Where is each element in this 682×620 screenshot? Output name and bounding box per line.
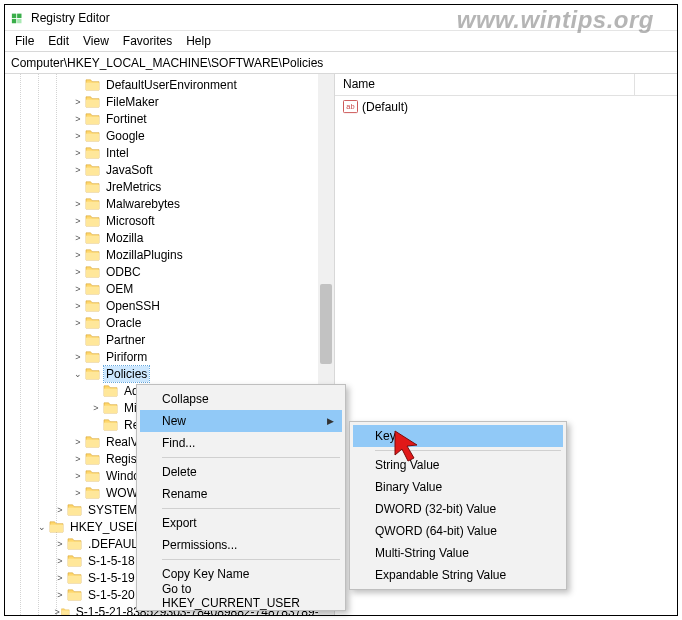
chevron-right-icon[interactable]: > [71,128,85,144]
menu-view[interactable]: View [77,32,115,50]
chevron-right-icon[interactable]: > [53,604,61,616]
tree-node[interactable]: Partner [11,331,334,348]
tree-node-label: JavaSoft [104,162,155,178]
tree-node[interactable]: >Fortinet [11,110,334,127]
folder-icon [85,316,100,329]
chevron-right-icon[interactable]: > [71,298,85,314]
folder-icon [67,554,82,567]
folder-icon [85,95,100,108]
tree-node[interactable]: >OpenSSH [11,297,334,314]
tree-node[interactable]: >Piriform [11,348,334,365]
ctx-rename[interactable]: Rename [140,483,342,505]
ctx-export[interactable]: Export [140,512,342,534]
tree-node-label: Oracle [104,315,143,331]
chevron-right-icon[interactable]: > [71,94,85,110]
ctx-new-key[interactable]: Key [353,425,563,447]
ctx-find[interactable]: Find... [140,432,342,454]
ctx-new-qword[interactable]: QWORD (64-bit) Value [353,520,563,542]
tree-node-label: OpenSSH [104,298,162,314]
chevron-right-icon[interactable]: > [89,400,103,416]
chevron-right-icon[interactable]: > [71,349,85,365]
window-title: Registry Editor [31,11,110,25]
ctx-new-expandable-string[interactable]: Expandable String Value [353,564,563,586]
chevron-right-icon[interactable]: > [71,145,85,161]
tree-node[interactable]: >ODBC [11,263,334,280]
chevron-right-icon[interactable]: > [53,553,67,569]
column-name[interactable]: Name [335,74,635,95]
chevron-right-icon[interactable]: > [71,468,85,484]
folder-icon [67,503,82,516]
tree-node-label: MozillaPlugins [104,247,185,263]
list-item[interactable]: ab (Default) [335,98,677,116]
chevron-right-icon[interactable]: > [71,281,85,297]
tree-node[interactable]: >Intel [11,144,334,161]
chevron-right-icon[interactable]: > [53,536,67,552]
chevron-down-icon[interactable]: ⌄ [71,366,85,382]
ctx-collapse[interactable]: Collapse [140,388,342,410]
folder-icon [103,401,118,414]
list-header: Name [335,74,677,96]
string-value-icon: ab [343,100,358,114]
tree-node-label: OEM [104,281,135,297]
chevron-right-icon[interactable]: > [71,451,85,467]
tree-node[interactable]: >Oracle [11,314,334,331]
chevron-right-icon[interactable]: > [71,434,85,450]
tree-node[interactable]: JreMetrics [11,178,334,195]
tree-node-label: Mozilla [104,230,145,246]
chevron-down-icon[interactable]: ⌄ [35,519,49,535]
chevron-right-icon[interactable]: > [71,315,85,331]
folder-icon [85,78,100,91]
tree-node-label: S-1-5-18 [86,553,137,569]
menu-help[interactable]: Help [180,32,217,50]
chevron-right-icon[interactable]: > [71,230,85,246]
tree-node-label: Partner [104,332,147,348]
tree-node[interactable]: >Malwarebytes [11,195,334,212]
ctx-new-multi-string[interactable]: Multi-String Value [353,542,563,564]
tree-node[interactable]: >MozillaPlugins [11,246,334,263]
ctx-goto-hkcu[interactable]: Go to HKEY_CURRENT_USER [140,585,342,607]
chevron-right-icon[interactable]: > [71,213,85,229]
tree-node[interactable]: >JavaSoft [11,161,334,178]
context-menu-separator [375,450,561,451]
ctx-new-binary[interactable]: Binary Value [353,476,563,498]
folder-icon [49,520,64,533]
tree-node-label: Microsoft [104,213,157,229]
chevron-right-icon[interactable]: > [53,502,67,518]
folder-icon [85,197,100,210]
tree-node-label: JreMetrics [104,179,163,195]
ctx-permissions[interactable]: Permissions... [140,534,342,556]
folder-icon [85,452,100,465]
folder-icon [85,435,100,448]
tree-scroll-thumb[interactable] [320,284,332,364]
ctx-new[interactable]: New▶ [140,410,342,432]
folder-icon [85,248,100,261]
menu-file[interactable]: File [9,32,40,50]
address-bar[interactable]: Computer\HKEY_LOCAL_MACHINE\SOFTWARE\Pol… [5,52,677,74]
chevron-right-icon[interactable]: > [71,196,85,212]
tree-node-label: SYSTEM [86,502,139,518]
chevron-right-icon[interactable]: > [71,111,85,127]
chevron-right-icon[interactable]: > [71,485,85,501]
chevron-right-icon[interactable]: > [71,264,85,280]
menu-edit[interactable]: Edit [42,32,75,50]
tree-node[interactable]: >Microsoft [11,212,334,229]
chevron-right-icon[interactable]: > [53,587,67,603]
tree-node[interactable]: >OEM [11,280,334,297]
ctx-delete[interactable]: Delete [140,461,342,483]
tree-node[interactable]: DefaultUserEnvironment [11,76,334,93]
tree-node[interactable]: >Mozilla [11,229,334,246]
tree-node[interactable]: ⌄Policies [11,365,334,382]
tree-node-label: S-1-5-19 [86,570,137,586]
ctx-new-dword[interactable]: DWORD (32-bit) Value [353,498,563,520]
chevron-right-icon[interactable]: > [71,247,85,263]
chevron-right-icon[interactable]: > [53,570,67,586]
menu-favorites[interactable]: Favorites [117,32,178,50]
chevron-right-icon[interactable]: > [71,162,85,178]
tree-node-label: S-1-5-20 [86,587,137,603]
tree-node[interactable]: >FileMaker [11,93,334,110]
folder-icon [85,265,100,278]
context-menu-separator [162,457,340,458]
folder-icon [85,214,100,227]
tree-node[interactable]: >Google [11,127,334,144]
ctx-new-string[interactable]: String Value [353,454,563,476]
